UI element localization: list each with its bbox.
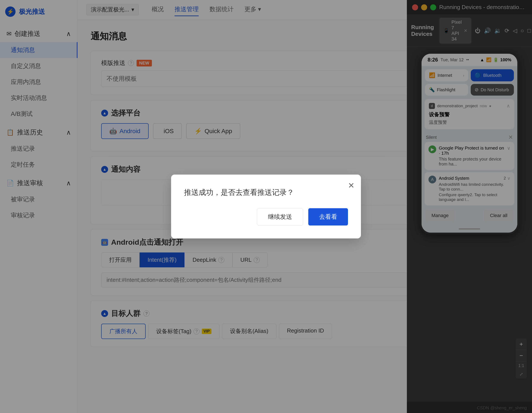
dialog: ✕ 推送成功，是否去查看推送记录？ 继续发送 去看看 <box>171 174 361 239</box>
dialog-close-button[interactable]: ✕ <box>348 181 354 190</box>
dialog-overlay: ✕ 推送成功，是否去查看推送记录？ 继续发送 去看看 <box>0 0 532 413</box>
dialog-cancel-button[interactable]: 继续发送 <box>257 208 303 225</box>
dialog-confirm-button[interactable]: 去看看 <box>308 208 348 225</box>
dialog-buttons: 继续发送 去看看 <box>184 208 348 225</box>
dialog-title: 推送成功，是否去查看推送记录？ <box>184 188 348 197</box>
